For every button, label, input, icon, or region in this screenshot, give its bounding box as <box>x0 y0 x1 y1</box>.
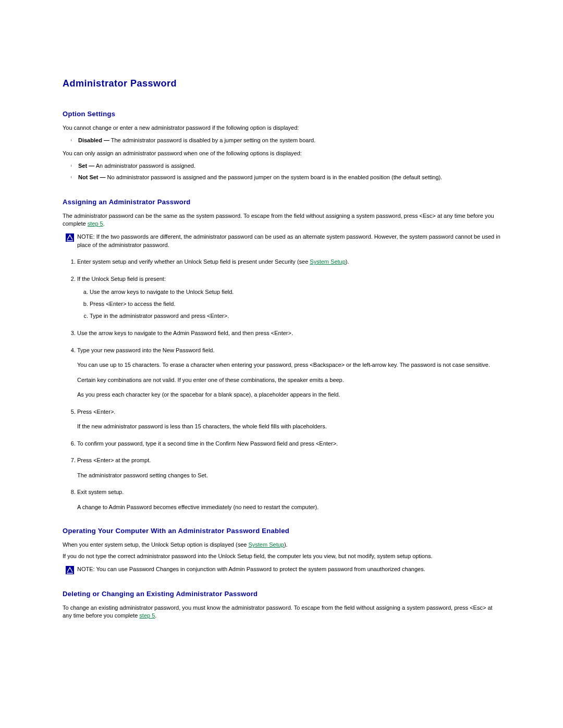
link-system-setup[interactable]: System Setup <box>248 541 284 548</box>
step-para: You can use up to 15 characters. To eras… <box>77 361 500 369</box>
text-os-p1: You cannot change or enter a new adminis… <box>63 124 500 132</box>
text-op-p1: When you enter system setup, the Unlock … <box>63 541 500 549</box>
step-text: Press <Enter> at the prompt. <box>77 457 151 463</box>
note-block: NOTE: If the two passwords are different… <box>66 233 500 249</box>
step-3: Use the arrow keys to navigate to the Ad… <box>77 329 500 338</box>
sub-steps-list: Use the arrow keys to navigate to the Un… <box>77 287 500 320</box>
list-os-b: Set — An administrator password is assig… <box>63 162 500 182</box>
sub-step: Press <Enter> to access the field. <box>90 299 500 309</box>
step-text: If the Unlock Setup field is present: <box>77 276 166 282</box>
heading-deleting: Deleting or Changing an Existing Adminis… <box>63 590 500 598</box>
text-fragment: . <box>103 220 105 227</box>
text-fragment: The administrator password can be the sa… <box>63 213 494 227</box>
step-para: Certain key combinations are not valid. … <box>77 376 500 385</box>
text-fragment: Enter system setup and verify whether an… <box>77 258 310 265</box>
note-icon <box>66 566 74 574</box>
text-os-p2: You can only assign an administrator pas… <box>63 150 500 157</box>
note-icon <box>66 233 74 242</box>
note-text: NOTE: You can use Password Changes in co… <box>77 565 500 573</box>
bullet-label: Not Set — <box>78 174 106 180</box>
step-7: Press <Enter> at the prompt. The adminis… <box>77 456 500 479</box>
text-fragment: ). <box>346 258 349 265</box>
document-page: Administrator Password Option Settings Y… <box>0 0 563 655</box>
heading-assigning: Assigning an Administrator Password <box>63 198 500 206</box>
step-8: Exit system setup. A change to Admin Pas… <box>77 488 500 511</box>
bullet-text: An administrator password is assigned. <box>94 163 195 169</box>
list-item: Disabled — The administrator password is… <box>78 136 500 145</box>
note-block: NOTE: You can use Password Changes in co… <box>66 565 500 574</box>
bullet-label: Set — <box>78 163 94 169</box>
text-assign-intro: The administrator password can be the sa… <box>63 212 500 228</box>
sub-step: Use the arrow keys to navigate to the Un… <box>90 287 500 297</box>
step-6: To confirm your password, type it a seco… <box>77 439 500 448</box>
step-text: Exit system setup. <box>77 489 124 495</box>
step-para: As you press each character key (or the … <box>77 390 500 399</box>
step-5: Press <Enter>. If the new administrator … <box>77 408 500 431</box>
text-fragment: . <box>155 612 156 619</box>
list-item: Set — An administrator password is assig… <box>78 162 500 171</box>
list-item: Not Set — No administrator password is a… <box>78 173 500 182</box>
bullet-text: The administrator password is disabled b… <box>109 137 315 143</box>
step-4: Type your new password into the New Pass… <box>77 346 500 399</box>
text-fragment: When you enter system setup, the Unlock … <box>63 541 248 548</box>
page-title: Administrator Password <box>63 78 500 89</box>
steps-list: Enter system setup and verify whether an… <box>63 257 500 511</box>
link-step5[interactable]: step 5 <box>88 220 103 227</box>
heading-operating: Operating Your Computer With an Administ… <box>63 527 500 535</box>
list-os-a: Disabled — The administrator password is… <box>63 136 500 145</box>
step-2: If the Unlock Setup field is present: Us… <box>77 275 500 321</box>
step-para: If the new administrator password is les… <box>77 422 500 431</box>
text-fragment: ). <box>284 541 288 548</box>
sub-step: Type in the administrator password and p… <box>90 311 500 321</box>
bullet-label: Disabled — <box>78 137 109 143</box>
text-op-p2: If you do not type the correct administr… <box>63 552 500 560</box>
heading-option-settings: Option Settings <box>63 110 500 118</box>
link-system-setup[interactable]: System Setup <box>310 258 345 265</box>
step-text: Press <Enter>. <box>77 409 115 415</box>
bullet-text: No administrator password is assigned an… <box>106 174 443 180</box>
step-para: The administrator password setting chang… <box>77 471 500 480</box>
step-1: Enter system setup and verify whether an… <box>77 257 500 266</box>
note-text: NOTE: If the two passwords are different… <box>77 233 500 249</box>
step-text: Type your new password into the New Pass… <box>77 347 215 353</box>
link-step5[interactable]: step 5 <box>139 612 155 619</box>
text-fragment: To change an existing administrator pass… <box>63 604 493 619</box>
step-para: A change to Admin Password becomes effec… <box>77 503 500 512</box>
text-del-p1: To change an existing administrator pass… <box>63 604 500 620</box>
